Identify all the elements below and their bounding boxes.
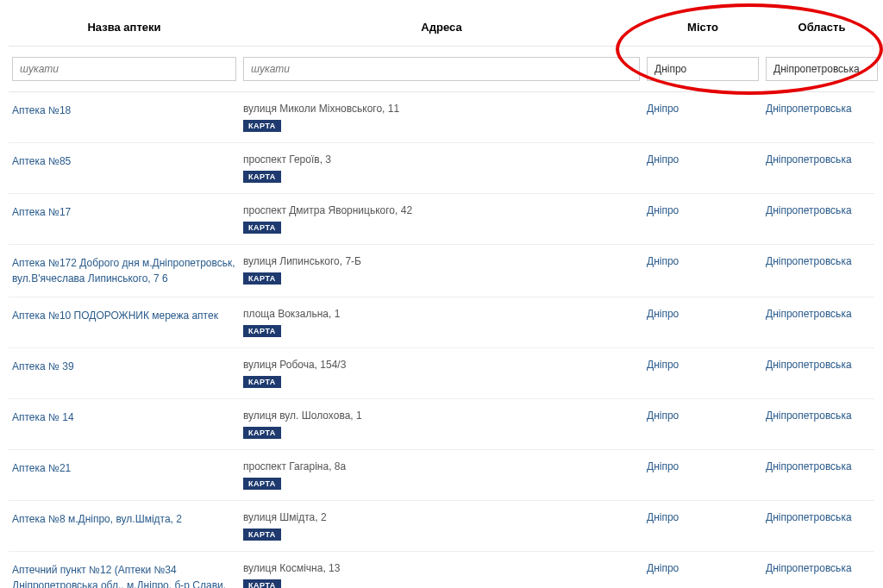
city-cell: Дніпро — [647, 359, 759, 371]
address-cell: вулиця Шмідта, 2 КАРТА — [243, 511, 640, 541]
address-text: вулиця Шмідта, 2 — [243, 511, 640, 523]
map-button[interactable]: КАРТА — [243, 171, 281, 183]
address-cell: проспект Дмитра Яворницького, 42 КАРТА — [243, 204, 640, 234]
pharmacy-name[interactable]: Аптечний пункт №12 (Аптеки №34 Дніпропет… — [12, 562, 236, 588]
filter-row — [9, 47, 874, 92]
city-cell: Дніпро — [647, 103, 759, 115]
address-text: вулиця вул. Шолохова, 1 — [243, 410, 640, 422]
map-button[interactable]: КАРТА — [243, 376, 281, 388]
table-row: Аптека № 39 вулиця Робоча, 154/3 КАРТА Д… — [9, 348, 874, 399]
table-row: Аптека №18 вулиця Миколи Міхновського, 1… — [9, 92, 874, 143]
pharmacy-name[interactable]: Аптека №18 — [12, 103, 236, 118]
region-cell: Дніпропетровська — [766, 410, 878, 422]
header-address: Адреса — [243, 21, 640, 34]
pharmacy-name[interactable]: Аптека № 39 — [12, 359, 236, 374]
region-cell: Дніпропетровська — [766, 204, 878, 216]
city-cell: Дніпро — [647, 308, 759, 320]
table-row: Аптека №21 проспект Гагаріна, 8а КАРТА Д… — [9, 450, 874, 501]
city-cell: Дніпро — [647, 460, 759, 472]
map-button[interactable]: КАРТА — [243, 478, 281, 490]
address-text: вулиця Липинського, 7-Б — [243, 255, 640, 267]
address-text: вулиця Космічна, 13 — [243, 562, 640, 574]
filter-region-input[interactable] — [766, 57, 878, 81]
address-cell: проспект Героїв, 3 КАРТА — [243, 153, 640, 183]
region-cell: Дніпропетровська — [766, 255, 878, 267]
map-button[interactable]: КАРТА — [243, 325, 281, 337]
city-cell: Дніпро — [647, 153, 759, 166]
address-text: площа Вокзальна, 1 — [243, 308, 640, 320]
address-text: проспект Гагаріна, 8а — [243, 460, 640, 472]
address-text: проспект Дмитра Яворницького, 42 — [243, 204, 640, 216]
address-cell: площа Вокзальна, 1 КАРТА — [243, 308, 640, 337]
filter-address-input[interactable] — [243, 57, 640, 81]
header-region: Область — [766, 21, 878, 34]
table-row: Аптека №8 м.Дніпро, вул.Шмідта, 2 вулиця… — [9, 501, 874, 552]
map-button[interactable]: КАРТА — [243, 579, 281, 588]
city-cell: Дніпро — [647, 511, 759, 523]
address-cell: проспект Гагаріна, 8а КАРТА — [243, 460, 640, 490]
region-cell: Дніпропетровська — [766, 153, 878, 166]
region-cell: Дніпропетровська — [766, 308, 878, 320]
map-button[interactable]: КАРТА — [243, 120, 281, 132]
address-cell: вулиця Космічна, 13 КАРТА — [243, 562, 640, 588]
address-text: проспект Героїв, 3 — [243, 153, 640, 166]
pharmacy-name[interactable]: Аптека №8 м.Дніпро, вул.Шмідта, 2 — [12, 511, 236, 527]
header-name: Назва аптеки — [12, 21, 236, 34]
map-button[interactable]: КАРТА — [243, 529, 281, 541]
region-cell: Дніпропетровська — [766, 103, 878, 115]
city-cell: Дніпро — [647, 410, 759, 422]
table-row: Аптека №172 Доброго дня м.Дніпропетровсь… — [9, 245, 874, 297]
table-row: Аптека №85 проспект Героїв, 3 КАРТА Дніп… — [9, 143, 874, 194]
filter-name-input[interactable] — [12, 57, 236, 81]
table-row: Аптека №17 проспект Дмитра Яворницького,… — [9, 194, 874, 245]
region-cell: Дніпропетровська — [766, 511, 878, 523]
address-cell: вулиця Липинського, 7-Б КАРТА — [243, 255, 640, 285]
address-text: вулиця Миколи Міхновського, 11 — [243, 103, 640, 115]
city-cell: Дніпро — [647, 255, 759, 267]
pharmacy-name[interactable]: Аптека №21 — [12, 460, 236, 476]
filter-city-input[interactable] — [647, 57, 759, 81]
pharmacy-name[interactable]: Аптека №85 — [12, 153, 236, 169]
map-button[interactable]: КАРТА — [243, 427, 281, 439]
region-cell: Дніпропетровська — [766, 359, 878, 371]
address-cell: вулиця Миколи Міхновського, 11 КАРТА — [243, 103, 640, 132]
region-cell: Дніпропетровська — [766, 460, 878, 472]
city-cell: Дніпро — [647, 204, 759, 216]
pharmacy-name[interactable]: Аптека №17 — [12, 204, 236, 220]
city-cell: Дніпро — [647, 562, 759, 574]
pharmacy-name[interactable]: Аптека №172 Доброго дня м.Дніпропетровсь… — [12, 255, 236, 286]
address-cell: вулиця Робоча, 154/3 КАРТА — [243, 359, 640, 388]
map-button[interactable]: КАРТА — [243, 222, 281, 234]
address-text: вулиця Робоча, 154/3 — [243, 359, 640, 371]
pharmacy-name[interactable]: Аптека №10 ПОДОРОЖНИК мережа аптек — [12, 308, 236, 323]
map-button[interactable]: КАРТА — [243, 272, 281, 285]
table-row: Аптека № 14 вулиця вул. Шолохова, 1 КАРТ… — [9, 399, 874, 450]
table-header: Назва аптеки Адреса Місто Область — [9, 9, 874, 47]
address-cell: вулиця вул. Шолохова, 1 КАРТА — [243, 410, 640, 439]
table-row: Аптека №10 ПОДОРОЖНИК мережа аптек площа… — [9, 297, 874, 348]
header-city: Місто — [647, 21, 759, 34]
pharmacy-name[interactable]: Аптека № 14 — [12, 410, 236, 425]
table-row: Аптечний пункт №12 (Аптеки №34 Дніпропет… — [9, 552, 874, 588]
region-cell: Дніпропетровська — [766, 562, 878, 574]
